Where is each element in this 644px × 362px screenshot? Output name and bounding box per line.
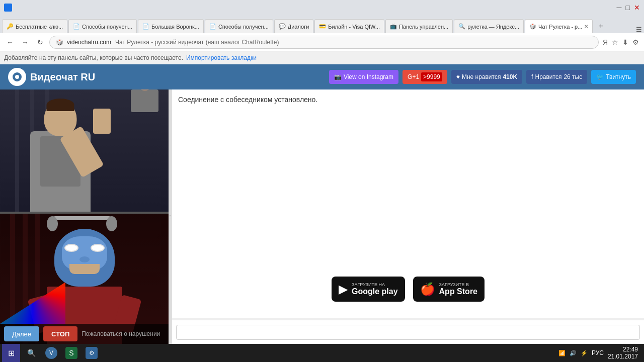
tab-3[interactable]: 📄 Способы получен... — [205, 19, 273, 33]
tab-label-6: Панель управлен... — [399, 24, 448, 30]
stripe1 — [15, 89, 19, 212]
video-panel: Далее СТОП Пожаловаться о нарушении — [0, 89, 169, 344]
tab-label-7: рулетка — Яндекс... — [467, 24, 519, 30]
minimize-btn[interactable]: ─ — [617, 4, 622, 12]
tab-favicon-1: 📄 — [73, 23, 80, 30]
bookmarks-prompt: Добавляйте на эту панель сайты, которые … — [4, 54, 183, 61]
local-video: Далее СТОП Пожаловаться о нарушении — [0, 214, 169, 344]
address-bar[interactable]: 🎲 videochatru.com Чат Рулетка - русский … — [49, 36, 599, 49]
hand-palm — [93, 109, 111, 134]
tab-6[interactable]: 📺 Панель управлен... — [385, 19, 453, 33]
app-store-text: Загрузите в App Store — [439, 282, 477, 296]
tab-favicon-0: 🔑 — [7, 23, 14, 30]
browser-logo — [4, 4, 12, 12]
taskbar-language: РУС — [592, 349, 604, 356]
tab-1[interactable]: 📄 Способы получен... — [68, 19, 137, 33]
browser-frame: ─ □ ✕ 🔑 Бесплатные клю... 📄 Способы полу… — [0, 0, 644, 362]
mask-eye-left — [64, 244, 78, 252]
star-icon[interactable]: ☆ — [611, 37, 619, 47]
taskbar-battery-icon: ⚡ — [581, 350, 588, 356]
chat-input-area — [172, 320, 644, 344]
person-background — [131, 89, 158, 112]
tab-2[interactable]: 📄 Большая Воронк... — [138, 19, 204, 33]
import-bookmarks-link[interactable]: Импортировать закладки — [186, 54, 257, 61]
start-button[interactable]: ⊞ — [2, 344, 20, 362]
app-store-badge[interactable]: 🍎 Загрузите в App Store — [413, 277, 485, 302]
taskbar: ⊞ 🔍 V S ⚙ 📶 🔊 ⚡ РУС 22:49 — [0, 344, 644, 362]
site-favicon: 🎲 — [56, 39, 63, 46]
header-actions: 📷 View on Instagram G+1 >9999 ♥ Мне нрав… — [329, 70, 636, 84]
stop-button[interactable]: СТОП — [43, 326, 77, 341]
taskbar-app1[interactable]: V — [42, 344, 60, 362]
next-button[interactable]: Далее — [4, 326, 39, 341]
tab-favicon-4: 💬 — [279, 23, 286, 30]
tab-favicon-8: 🎲 — [529, 23, 536, 30]
headphone-right — [106, 216, 117, 231]
page-content: Видеочат RU 📷 View on Instagram G+1 >999… — [0, 64, 644, 344]
lizard-shape — [0, 258, 65, 324]
tab-menu-icon[interactable]: ☰ — [636, 26, 642, 33]
tab-8-active[interactable]: 🎲 Чат Рулетка - р... ✕ — [525, 19, 593, 33]
tab-label-0: Бесплатные клю... — [16, 24, 63, 30]
app1-icon: V — [45, 347, 57, 359]
app3-label: ⚙ — [89, 349, 95, 356]
google-play-name: Google play — [352, 287, 398, 296]
taskbar-search[interactable]: 🔍 — [22, 344, 40, 362]
tab-4[interactable]: 💬 Диалоги — [274, 19, 314, 33]
gplus-button[interactable]: G+1 >9999 — [403, 70, 447, 84]
facebook-icon: f — [531, 73, 533, 80]
chat-messages: Соединение с собеседником установлено. ▶… — [172, 89, 644, 318]
chat-panel: Соединение с собеседником установлено. ▶… — [172, 89, 644, 344]
google-play-text: ЗАГРУЗИТЕ НА Google play — [352, 282, 398, 296]
connection-status-message: Соединение с собеседником установлено. — [178, 96, 638, 104]
taskbar-app2[interactable]: S — [62, 344, 80, 362]
instagram-button[interactable]: 📷 View on Instagram — [329, 70, 398, 84]
site-name: Видеочат RU — [30, 71, 95, 83]
tab-close-8[interactable]: ✕ — [584, 24, 588, 29]
taskbar-app3[interactable]: ⚙ — [83, 344, 101, 362]
likes-button[interactable]: ♥ Мне нравится 410K — [451, 70, 522, 84]
mask-nose — [79, 256, 90, 262]
remote-video-content — [0, 89, 169, 212]
forward-button[interactable]: → — [19, 36, 31, 48]
hair — [47, 99, 74, 111]
app1-label: V — [49, 349, 53, 356]
twitter-button[interactable]: 🐦 Твитнуть — [591, 70, 636, 84]
close-btn[interactable]: ✕ — [634, 4, 640, 12]
facebook-button[interactable]: f Нравится 26 тыс — [526, 70, 587, 84]
windows-icon: ⊞ — [8, 348, 15, 358]
taskbar-time-display: 22:49 — [608, 346, 638, 353]
back-button[interactable]: ← — [4, 36, 16, 48]
tab-label-8: Чат Рулетка - р... — [538, 24, 582, 30]
download-icon[interactable]: ⬇ — [621, 37, 629, 47]
twitter-icon: 🐦 — [596, 73, 604, 80]
site-logo: Видеочат RU — [8, 68, 95, 86]
address-domain: videochatru.com — [67, 39, 111, 46]
headphone-left — [47, 216, 58, 231]
tab-bar: 🔑 Бесплатные клю... 📄 Способы получен...… — [0, 15, 644, 33]
mask-mouth — [69, 264, 100, 274]
title-bar: ─ □ ✕ — [0, 0, 644, 15]
refresh-button[interactable]: ↻ — [34, 36, 46, 48]
yandex-icon[interactable]: Я — [602, 37, 609, 47]
google-play-icon: ▶ — [339, 282, 348, 296]
report-link[interactable]: Пожаловаться о нарушении — [82, 330, 160, 337]
tab-label-4: Диалоги — [288, 24, 309, 30]
tab-label-3: Способы получен... — [218, 24, 269, 30]
mask-eye-right — [91, 244, 105, 252]
tab-favicon-5: 💳 — [319, 23, 326, 30]
tab-0[interactable]: 🔑 Бесплатные клю... — [2, 19, 67, 33]
logo-svg — [11, 71, 23, 83]
tab-7[interactable]: 🔍 рулетка — Яндекс... — [454, 19, 524, 33]
lizard-overlay — [0, 258, 65, 324]
search-icon: 🔍 — [27, 349, 36, 357]
chat-input[interactable] — [176, 325, 640, 340]
tab-5[interactable]: 💳 Билайн - Visa QIW... — [314, 19, 384, 33]
new-tab-button[interactable]: + — [594, 19, 608, 33]
google-play-badge[interactable]: ▶ ЗАГРУЗИТЕ НА Google play — [332, 277, 405, 302]
taskbar-clock: 22:49 21.01.2017 — [608, 346, 638, 360]
app2-label: S — [69, 349, 73, 357]
settings-icon[interactable]: ⚙ — [631, 37, 640, 47]
maximize-btn[interactable]: □ — [626, 4, 630, 12]
tab-label-5: Билайн - Visa QIW... — [328, 24, 380, 30]
